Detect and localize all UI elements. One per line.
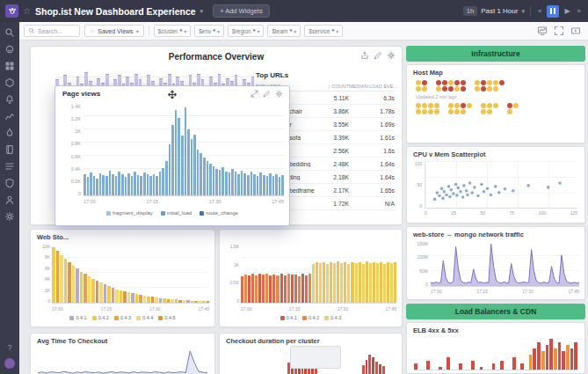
logs-icon[interactable] [4,161,15,172]
skip-back-button[interactable]: « [536,7,543,15]
legend-item[interactable]: 0.4.3 [114,315,131,320]
saved-views-dropdown[interactable]: ☆ Saved Views ▾ [84,25,144,37]
legend-item[interactable]: 0.4.1 [280,315,297,320]
web-store-plot[interactable] [52,244,209,304]
help-icon[interactable]: ? [7,343,11,352]
url-count: 2.17K [316,187,349,194]
legend-item[interactable]: route_change [200,210,238,216]
host-cluster[interactable] [416,80,428,92]
tick-label: 4K [45,276,50,282]
time-range-chevron-icon[interactable]: ▾ [521,8,525,15]
time-range-label[interactable]: Past 1 Hour [481,7,518,15]
tick-label: 0.8K [71,141,81,146]
legend-item[interactable]: initial_load [161,210,192,216]
url-median: 1.64s [349,161,395,167]
host-cluster[interactable] [436,80,467,92]
template-variable-cluster[interactable]: $cluster*▾ [154,25,192,37]
legend-item[interactable]: 0.4.2 [92,315,109,320]
pause-button[interactable] [547,5,559,18]
legend-item[interactable]: 0.4.1 [69,315,86,320]
move-cursor-icon[interactable] [168,90,178,99]
export-icon[interactable] [360,51,369,60]
graph-monitor-icon[interactable] [537,26,548,36]
pencil-icon[interactable] [263,90,271,98]
favorite-star-icon[interactable]: ☆ [23,7,31,16]
chart-legend: fragment_displayinitial_loadroute_change [55,210,289,216]
y-axis-labels: 10K8K6K4K2K0 [33,244,50,304]
avg-checkout-plot[interactable] [38,349,207,374]
tick-label: 0 [425,282,428,287]
y-axis-labels: 1.4K1.2K1K0.8K0.6K0.4K0.2K0 [57,104,81,196]
tv-mode-icon[interactable] [570,26,581,36]
divider [149,26,149,36]
host-cluster[interactable] [448,103,473,114]
tick-label: 17:30 [522,289,534,294]
datadog-logo-icon[interactable] [5,4,18,18]
time-range-short[interactable]: 1h [463,6,477,16]
url-count: 2.48K [316,161,349,167]
template-variable-team[interactable]: $team*▾ [267,25,301,37]
url-median: N/A [349,201,395,207]
skip-forward-button[interactable]: » [576,7,583,15]
elb-errors-plot[interactable] [414,339,577,370]
network-traffic-plot[interactable] [431,241,579,287]
pencil-icon[interactable] [374,51,382,60]
title-chevron-icon[interactable]: ▾ [200,8,204,15]
x-axis-labels: 17:0017:1517:3017:45 [83,199,284,204]
search-input[interactable] [38,28,76,34]
security-shield-icon[interactable] [4,178,15,188]
tick-label: 17:15 [146,199,158,204]
host-cluster[interactable] [481,103,499,114]
template-variable-env[interactable]: $env*▾ [194,25,224,37]
host-map-row-2 [407,99,584,115]
tick-label: 17:15 [289,306,301,312]
metrics-icon[interactable] [4,111,15,121]
group-header-load-balancers[interactable]: Load Balancers & CDN [406,304,585,319]
monitors-bell-icon[interactable] [4,94,15,105]
play-button[interactable]: ▶ [563,7,571,15]
expand-icon[interactable] [250,90,258,98]
tick-label: 17:15 [100,306,112,312]
notebooks-icon[interactable] [4,144,15,155]
x-axis-labels: 0255075100125 [425,210,577,216]
column-header-count[interactable]: ↓ COUNT [316,84,349,89]
dashboard-toolbar: ☆ Saved Views ▾ $cluster*▾$env*▾$region*… [19,22,588,40]
legend-item[interactable]: 0.4.3 [324,315,341,320]
search-box [24,25,80,37]
dashboards-icon[interactable] [4,61,15,71]
host-cluster[interactable] [475,80,505,92]
widget-title: Web Sto... [31,230,214,241]
widget-title: CPU v Mem Scatterplot [407,147,584,158]
host-cluster[interactable] [416,103,440,114]
search-icon[interactable] [4,27,15,38]
legend-item[interactable]: 0.4.2 [302,315,319,320]
watchdog-icon[interactable] [4,44,15,55]
infrastructure-icon[interactable] [4,77,15,88]
template-variable-service[interactable]: $service*▾ [304,25,343,37]
widget-actions [360,51,396,60]
column-header-median[interactable]: MEDIAN:LOAD EVE... [349,84,395,89]
settings-gear-icon[interactable] [4,211,15,222]
chart-legend: 0.4.10.4.20.4.30.4.40.4.5 [31,315,214,320]
template-variable-region[interactable]: $region*▾ [228,25,264,37]
page-views-widget[interactable]: Page views 1.4K1.2K1K0.8K0.6K0.4K0.2K0 1… [54,85,290,226]
url-median: 1.65s [349,187,395,194]
version-distribution-plot[interactable] [241,244,396,304]
rum-user-icon[interactable] [4,194,15,205]
host-cluster[interactable] [507,103,519,114]
x-axis-labels: 17:0017:1517:3017:45 [431,289,579,294]
page-views-plot[interactable] [83,104,284,196]
saved-views-label: Saved Views [98,28,133,34]
gear-icon[interactable] [275,90,283,98]
user-avatar[interactable] [4,358,15,369]
legend-item[interactable]: 0.4.5 [158,315,175,320]
apm-flame-icon[interactable] [4,128,15,138]
group-header-infrastructure[interactable]: Infrastructure [406,46,585,62]
tick-label: 10K [42,244,50,249]
legend-item[interactable]: 0.4.4 [136,315,153,320]
gear-icon[interactable] [387,51,396,60]
fullscreen-icon[interactable] [554,26,564,36]
legend-item[interactable]: fragment_display [106,210,153,216]
scatterplot[interactable] [425,161,577,209]
add-widgets-button[interactable]: + Add Widgets [213,4,270,18]
